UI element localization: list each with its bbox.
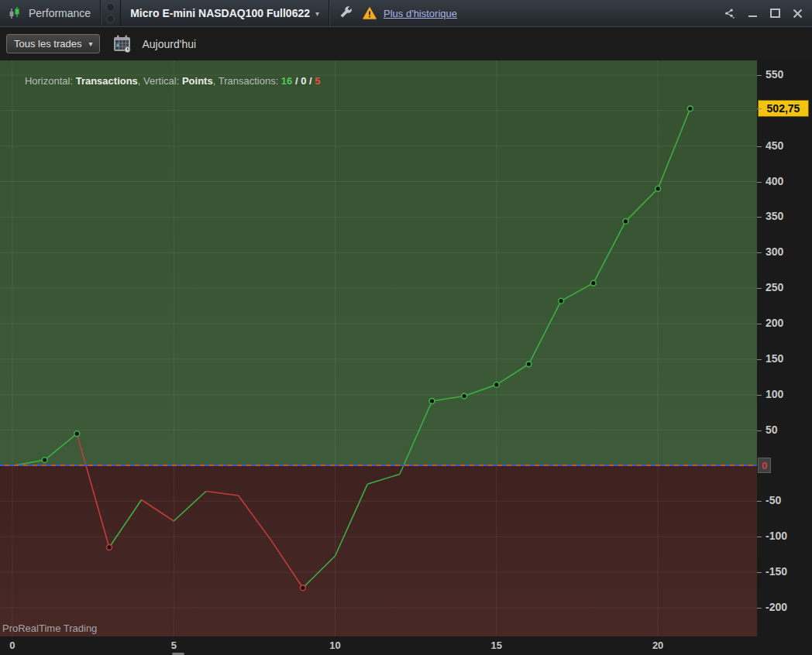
legend-horizontal-label: Horizontal:	[25, 75, 76, 87]
filter-toolbar: Tous les trades ▾ Aujourd'hui	[0, 27, 812, 60]
close-button[interactable]	[792, 7, 803, 19]
minimize-button[interactable]	[747, 7, 758, 19]
y-axis-tick	[757, 252, 762, 253]
equity-segment	[367, 474, 400, 484]
instrument-dropdown[interactable]: Micro E-mini NASDAQ100 Full0622 ▾	[121, 7, 329, 19]
settings-button[interactable]	[339, 5, 352, 21]
y-axis-label: 550	[766, 68, 783, 81]
trade-marker	[526, 362, 532, 367]
instrument-name: Micro E-mini NASDAQ100 Full0622	[130, 7, 310, 19]
trade-marker	[687, 106, 693, 111]
trade-marker	[623, 218, 628, 224]
share-icon	[724, 6, 735, 21]
y-axis-tick	[757, 146, 762, 147]
zero-reference-line	[0, 465, 757, 466]
calendar-button[interactable]	[112, 34, 132, 53]
trades-filter-label: Tous les trades	[14, 38, 81, 50]
y-axis-label: -50	[766, 494, 781, 506]
equity-segment	[625, 189, 658, 221]
wrench-icon	[339, 5, 352, 21]
x-axis-label: 0	[9, 640, 15, 651]
more-history-link[interactable]: Plus d'historique	[384, 8, 457, 19]
trade-marker	[300, 585, 305, 591]
date-range-label: Aujourd'hui	[142, 38, 196, 50]
tab-performance[interactable]: Performance	[29, 7, 91, 19]
panel-drag-handle[interactable]	[100, 0, 121, 26]
x-axis-label: 15	[491, 640, 502, 651]
equity-segment	[77, 434, 109, 547]
equity-segment	[335, 484, 368, 556]
y-axis-label: 250	[766, 281, 783, 293]
calendar-icon	[112, 34, 132, 53]
legend-vertical-value: Points	[182, 75, 213, 87]
equity-segment	[142, 499, 174, 521]
equity-segment	[239, 496, 271, 540]
x-axis[interactable]: 05101520	[0, 636, 757, 655]
y-axis-label: 200	[766, 317, 783, 329]
y-axis-tick	[757, 608, 762, 609]
legend-separator: ,	[138, 75, 143, 87]
equity-segment	[528, 301, 561, 365]
y-axis-tick	[757, 288, 762, 289]
legend-losses-count: 5	[315, 75, 320, 87]
y-axis[interactable]: 502,75 0 55045040035030025020015010050-5…	[757, 60, 812, 655]
share-button[interactable]	[724, 7, 735, 19]
maximize-icon	[770, 9, 780, 18]
legend-separator: /	[292, 75, 301, 87]
trade-marker	[494, 382, 499, 387]
x-axis-label: 20	[652, 640, 663, 651]
y-axis-label: 400	[766, 175, 783, 187]
equity-segment	[432, 396, 465, 401]
warning-icon[interactable]	[363, 7, 377, 19]
chevron-down-icon: ▾	[315, 9, 319, 18]
y-axis-tick	[757, 182, 762, 183]
y-axis-label: -200	[766, 601, 787, 613]
equity-segment	[45, 434, 77, 460]
y-axis-label: 450	[766, 139, 783, 152]
y-axis-tick	[757, 572, 762, 573]
y-axis-label: 100	[766, 388, 783, 400]
y-axis-tick	[757, 537, 762, 537]
drag-dot	[106, 3, 115, 12]
y-axis-tick	[757, 359, 762, 360]
chart-legend: Horizontal: Transactions, Vertical: Poin…	[2, 63, 320, 98]
y-axis-tick	[757, 217, 762, 218]
y-axis-tick	[757, 501, 762, 502]
equity-segment	[109, 499, 142, 547]
equity-segment	[174, 491, 206, 521]
minimize-icon	[748, 15, 757, 17]
legend-transactions-label: Transactions:	[218, 75, 281, 87]
y-axis-tick	[757, 75, 762, 76]
x-axis-label: 5	[171, 640, 177, 651]
title-bar-left: Performance Micro E-mini NASDAQ100 Full0…	[0, 0, 457, 26]
trades-filter-dropdown[interactable]: Tous les trades ▾	[6, 34, 100, 53]
legend-vertical-label: Vertical:	[143, 75, 182, 87]
candlestick-chart-icon	[8, 6, 22, 20]
legend-wins-count: 16	[281, 75, 292, 87]
performance-window: Performance Micro E-mini NASDAQ100 Full0…	[0, 0, 812, 655]
separator	[329, 0, 329, 26]
y-axis-tick	[757, 324, 762, 324]
platform-watermark: ProRealTime Trading	[2, 622, 97, 634]
y-axis-label: -150	[766, 565, 787, 578]
y-axis-label: -100	[766, 530, 787, 542]
y-axis-tick	[757, 395, 762, 396]
equity-segment	[206, 491, 239, 496]
equity-curve	[0, 60, 757, 636]
trade-marker	[559, 298, 564, 303]
y-axis-tick	[757, 430, 762, 431]
chart-plot[interactable]: Horizontal: Transactions, Vertical: Poin…	[0, 60, 757, 636]
chevron-down-icon: ▾	[88, 39, 92, 48]
equity-segment	[658, 108, 690, 188]
window-controls	[724, 7, 812, 19]
zero-value-badge: 0	[758, 458, 771, 473]
chart-area: Horizontal: Transactions, Vertical: Poin…	[0, 60, 812, 655]
title-bar: Performance Micro E-mini NASDAQ100 Full0…	[0, 0, 812, 27]
maximize-button[interactable]	[769, 7, 780, 19]
y-axis-label: 50	[766, 424, 778, 436]
trade-marker	[107, 545, 112, 550]
y-axis-label: 150	[766, 352, 783, 365]
legend-separator: ,	[213, 75, 218, 87]
trade-marker	[42, 458, 47, 463]
trade-marker	[74, 431, 80, 437]
